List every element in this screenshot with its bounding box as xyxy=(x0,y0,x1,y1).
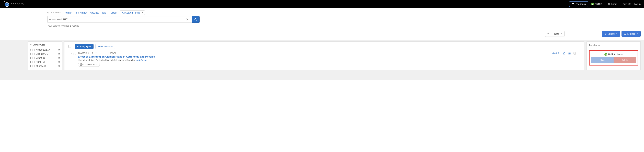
author-facet-name: Accomazzi, A xyxy=(36,48,57,51)
svg-point-0 xyxy=(195,19,196,20)
search-input[interactable] xyxy=(49,18,185,21)
orcid-icon: iD xyxy=(80,63,82,66)
search-terms-label: All Search Terms xyxy=(122,11,140,14)
result-bibcode: 2006JEPub....9....2H xyxy=(78,52,102,55)
selection-panel: 0 selected iD Bulk Actions Claim Delete xyxy=(586,42,640,70)
result-number: 1 xyxy=(68,52,72,55)
search-button[interactable] xyxy=(192,16,200,23)
logo-icon: a xyxy=(4,1,10,7)
quick-field-first-author[interactable]: First Author xyxy=(75,11,87,14)
hide-highlights-button[interactable]: Hide highlights xyxy=(75,44,94,49)
show-abstracts-button[interactable]: Show abstracts xyxy=(96,44,115,49)
result-cited-link[interactable]: cited: 9 xyxy=(552,52,559,55)
orcid-icon: iD xyxy=(591,3,594,6)
author-facet-row[interactable]: Murray, S 9 xyxy=(28,64,62,68)
question-circle-icon: ? xyxy=(608,3,610,6)
search-bar: ✕ xyxy=(47,16,200,23)
chevron-down-icon xyxy=(30,43,32,46)
sort-desc-icon xyxy=(547,33,550,35)
brand-logo[interactable]: a adsbeta xyxy=(4,1,24,7)
author-facet-count: 9 xyxy=(58,61,60,63)
result-authors: Henneken, Edwin A.; Kurtz, Michael J.; E… xyxy=(78,59,561,61)
export-icon xyxy=(604,33,606,35)
quick-field-label: QUICK FIELD: xyxy=(47,12,62,14)
chevron-down-icon xyxy=(603,4,604,5)
author-facet-row[interactable]: Eichhorn, G 9 xyxy=(28,52,62,56)
orcid-menu[interactable]: iD ORCID xyxy=(591,3,604,6)
author-facet-name: Eichhorn, G xyxy=(36,53,57,55)
chevron-down-icon xyxy=(637,34,638,34)
author-facet-row[interactable]: Grant, C 9 xyxy=(28,56,62,60)
quick-field-abstract[interactable]: Abstract xyxy=(90,11,98,14)
chevron-right-icon xyxy=(29,53,31,55)
bulk-claim-button[interactable]: Claim xyxy=(591,57,614,63)
author-facet-row[interactable]: Accomazzi, A 9 xyxy=(28,48,62,52)
select-all-checkbox[interactable] xyxy=(68,45,71,48)
speech-bubble-icon xyxy=(572,3,574,6)
author-facet-row[interactable]: Kurtz, M 9 xyxy=(28,60,62,64)
quick-field-author[interactable]: Author xyxy=(65,11,72,14)
database-icon xyxy=(573,52,576,55)
author-facet-checkbox[interactable] xyxy=(32,61,34,63)
authors-facet-title: AUTHORS xyxy=(33,43,46,46)
explore-button[interactable]: Explore xyxy=(622,31,640,37)
svg-rect-5 xyxy=(569,53,570,53)
bulk-delete-button[interactable]: Delete xyxy=(614,57,636,63)
feedback-label: Feedback xyxy=(576,3,586,6)
result-checkbox[interactable] xyxy=(74,53,76,55)
export-button[interactable]: Export xyxy=(602,31,620,37)
chevron-right-icon xyxy=(29,57,31,59)
feedback-button[interactable]: Feedback xyxy=(569,1,588,7)
clear-search-icon[interactable]: ✕ xyxy=(185,18,190,22)
author-facet-name: Kurtz, M xyxy=(36,61,57,63)
claim-orcid-button[interactable]: iD Claim in ORCID xyxy=(78,63,100,67)
sort-field-label: Date xyxy=(554,33,559,35)
author-facet-name: Grant, C xyxy=(36,57,57,59)
quick-field-fulltext[interactable]: Fulltext xyxy=(110,11,117,14)
about-label: About xyxy=(611,3,617,6)
search-terms-select[interactable]: All Search Terms xyxy=(120,11,145,15)
list-icon[interactable] xyxy=(568,52,571,55)
sort-field-button[interactable]: Date xyxy=(552,31,564,37)
results-panel: Hide highlights Show abstracts 1 2006JEP… xyxy=(64,42,584,70)
authors-facet-panel: AUTHORS Accomazzi, A 9 Eichhorn, G 9 Gra… xyxy=(28,42,62,70)
author-facet-checkbox[interactable] xyxy=(32,65,34,67)
author-facet-checkbox[interactable] xyxy=(32,57,34,59)
author-facet-name: Murray, S xyxy=(36,65,57,67)
author-facet-checkbox[interactable] xyxy=(32,49,34,51)
bulk-actions-box: iD Bulk Actions Claim Delete xyxy=(589,50,638,66)
document-icon[interactable] xyxy=(562,52,565,55)
quick-fields-row: QUICK FIELD: Author First Author Abstrac… xyxy=(47,10,200,16)
author-facet-count: 9 xyxy=(58,53,60,55)
claim-orcid-label: Claim in ORCID xyxy=(84,63,98,66)
chart-icon xyxy=(624,33,626,35)
orcid-icon: iD xyxy=(604,53,607,56)
selected-count-text: 0 selected xyxy=(589,44,638,47)
explore-label: Explore xyxy=(628,33,636,35)
chevron-right-icon xyxy=(29,49,31,51)
svg-point-10 xyxy=(574,52,576,53)
search-icon xyxy=(194,18,197,21)
signup-link[interactable]: Sign Up xyxy=(622,3,631,6)
about-menu[interactable]: ? About xyxy=(608,3,620,6)
result-more-authors-link[interactable]: and 4 more xyxy=(136,59,147,61)
svg-rect-7 xyxy=(569,53,570,54)
result-date: 2006/08 xyxy=(108,52,116,55)
login-link[interactable]: Log In xyxy=(634,3,640,6)
results-count-text: Your search returned 9 results xyxy=(47,23,200,28)
author-facet-count: 9 xyxy=(58,48,60,51)
svg-rect-9 xyxy=(569,54,570,55)
sort-control: Date xyxy=(545,31,564,37)
chevron-right-icon xyxy=(29,61,31,63)
orcid-label: ORCID xyxy=(594,3,602,6)
svg-line-1 xyxy=(196,20,197,21)
toolbar: Date Export Explore xyxy=(0,29,644,40)
quick-field-year[interactable]: Year xyxy=(102,11,106,14)
result-title-link[interactable]: Effect of E-printing on Citation Rates i… xyxy=(78,55,561,58)
sort-direction-button[interactable] xyxy=(545,31,552,37)
svg-point-4 xyxy=(568,53,568,53)
brand-text: adsbeta xyxy=(10,2,24,6)
author-facet-checkbox[interactable] xyxy=(32,53,34,55)
chevron-right-icon xyxy=(29,65,31,67)
authors-facet-header[interactable]: AUTHORS xyxy=(28,42,62,48)
